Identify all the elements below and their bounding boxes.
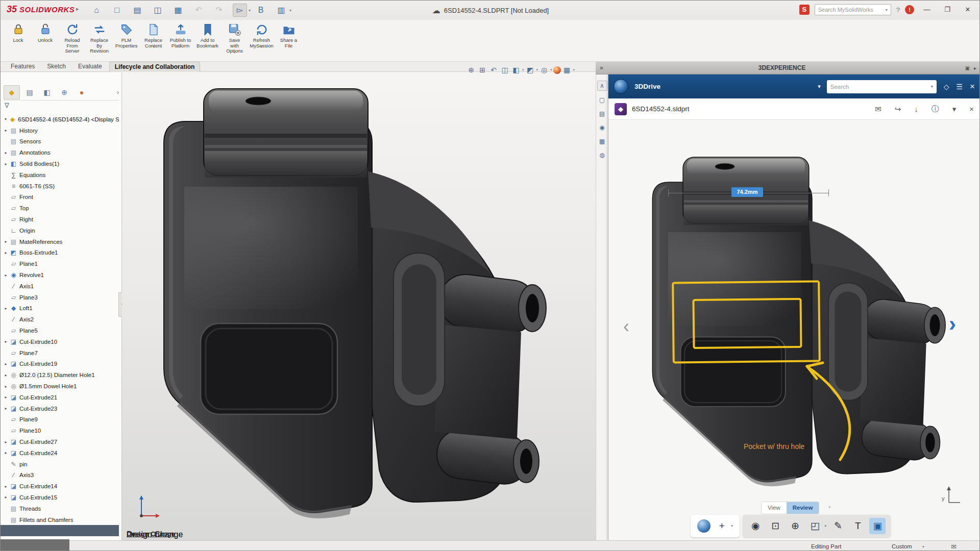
orbit-icon[interactable] [697, 519, 710, 533]
ribbon-replace-content-button[interactable]: Replace Content▾ [140, 20, 167, 48]
tree-item[interactable]: ▸◎Ø1.5mm Dowel Hole1 [1, 381, 119, 392]
tree-item[interactable]: ▱Plane5 [1, 325, 119, 336]
print-icon[interactable]: ▦ [172, 4, 185, 16]
mysolidworks-icon[interactable]: S [799, 5, 810, 15]
save-with-options-flyout-icon[interactable]: ▾ [234, 51, 236, 55]
expand-arrow-icon[interactable]: ▸ [3, 484, 9, 489]
collapse-icon[interactable]: ∧ [597, 81, 607, 91]
tree-item[interactable]: ▸▤History [1, 125, 119, 136]
custom-properties-icon[interactable]: ▦ [598, 137, 607, 146]
tree-item[interactable]: ▸◧Solid Bodies(1) [1, 158, 119, 169]
tree-item[interactable]: ▸◪Cut-Extrude24 [1, 447, 119, 459]
status-config[interactable]: Custom [892, 543, 912, 549]
tree-item[interactable]: ▸▤Annotations [1, 147, 119, 158]
propertymanager-tab[interactable]: ▤ [22, 86, 37, 99]
comment-icon[interactable]: ✉ [875, 105, 881, 114]
tree-item[interactable]: ∕Axis1 [1, 281, 119, 292]
select-tool-icon[interactable]: ▻ [233, 4, 247, 17]
tree-item[interactable]: ▸◪Cut-Extrude27 [1, 436, 119, 447]
expand-arrow-icon[interactable]: ▸ [3, 362, 9, 366]
hide-show-items-flyout-icon[interactable]: ▾ [550, 68, 552, 72]
tree-item[interactable]: ▸◪Cut-Extrude23 [1, 403, 119, 414]
tree-item[interactable]: ▱Plane3 [1, 292, 119, 303]
tree-item[interactable]: ▱Front [1, 192, 119, 203]
section-view-icon[interactable]: ◫ [500, 66, 510, 74]
tree-item[interactable]: ▸▤MateReferences [1, 236, 119, 247]
view-orientation-icon[interactable]: ◧ [511, 66, 521, 74]
home-icon[interactable]: ⌂ [90, 4, 103, 16]
zoom-fit-icon[interactable]: ⊡ [767, 518, 783, 534]
ribbon-refresh-mysession-button[interactable]: Refresh MySession▾ [248, 20, 275, 48]
new-document-icon[interactable]: □ [110, 4, 124, 16]
app-selector-chevron-icon[interactable]: ▾ [818, 83, 821, 90]
panel-search-input[interactable]: Search ▾ [827, 80, 937, 93]
expand-arrow-icon[interactable]: ▸ [3, 384, 9, 389]
tree-item[interactable]: ▸◆Loft1 [1, 303, 119, 314]
zoom-icon[interactable]: ⊕ [787, 518, 803, 534]
hide-show-items-icon[interactable]: ◎ [539, 66, 549, 74]
ribbon-publish-to-platform-button[interactable]: Publish to Platform▾ [167, 20, 194, 48]
tree-item[interactable]: ▸◪Cut-Extrude15 [1, 492, 119, 503]
text-annotation-icon[interactable]: T [850, 518, 866, 534]
edit-appearance-icon[interactable] [553, 66, 561, 74]
undo-icon[interactable]: ↶ [192, 4, 205, 16]
tree-item[interactable]: ▱Plane7 [1, 347, 119, 359]
tab-sketch[interactable]: Sketch [42, 62, 71, 71]
ribbon-reload-from-server-button[interactable]: Reload From Server [59, 20, 86, 54]
tree-item[interactable]: ▱Plane1 [1, 258, 119, 269]
tree-item[interactable]: ▤Sensors [1, 136, 119, 147]
expand-arrow-icon[interactable]: ▸ [3, 406, 9, 411]
tree-item[interactable]: ∑Equations [1, 169, 119, 181]
minimize-button[interactable]: — [919, 4, 935, 16]
expand-arrow-icon[interactable]: ▸ [3, 251, 9, 255]
select-tool-flyout-icon[interactable]: ▾ [249, 8, 251, 13]
view-orientation-flyout-icon[interactable]: ▾ [522, 68, 524, 72]
tree-item[interactable]: ▤Threads [1, 503, 119, 514]
expand-arrow-icon[interactable]: ▸ [3, 450, 9, 455]
tree-item[interactable]: ∕Axis3 [1, 470, 119, 481]
mysolidworks-search-input[interactable]: Search MySolidWorks ▾ [815, 4, 891, 15]
chevron-down-icon[interactable]: ▾ [931, 84, 933, 89]
close-icon[interactable]: × [969, 105, 974, 113]
next-slide-icon[interactable]: › [949, 312, 956, 336]
panel-expand-icon[interactable]: ▸ [974, 65, 976, 71]
tree-item[interactable]: ▸◩Boss-Extrude1 [1, 247, 119, 259]
clipping-flyout-icon[interactable]: ▾ [825, 524, 827, 528]
expand-arrow-icon[interactable]: ▸ [3, 395, 9, 399]
tree-item[interactable]: ∟Origin [1, 225, 119, 236]
tree-item[interactable]: ▸◪Cut-Extrude21 [1, 392, 119, 403]
task-panes-flyout-icon[interactable]: ▾ [289, 8, 291, 13]
refresh-mysession-flyout-icon[interactable]: ▾ [261, 45, 263, 49]
expand-arrow-icon[interactable]: ▾ [3, 117, 9, 121]
notification-icon[interactable]: ! [905, 5, 914, 14]
info-icon[interactable]: ⓘ [932, 104, 939, 114]
zoom-fit-icon[interactable]: ⊕ [466, 66, 476, 74]
panel-pin-icon[interactable]: ▣ [965, 65, 970, 71]
options-icon[interactable]: B [254, 4, 267, 16]
dimension-badge[interactable]: 74.2mm [731, 187, 763, 197]
ribbon-share-a-file-button[interactable]: Share a File [275, 20, 302, 48]
tree-item[interactable]: ▤Fillets and Chamfers [1, 514, 119, 525]
tree-item[interactable]: ▱Plane10 [1, 425, 119, 436]
expand-arrow-icon[interactable]: ▸ [3, 440, 9, 444]
expand-arrow-icon[interactable]: ▸ [3, 162, 9, 166]
expand-arrow-icon[interactable]: ▸ [3, 128, 9, 133]
tree-item[interactable]: ▱Top [1, 203, 119, 214]
tab-features[interactable]: Features [6, 62, 40, 71]
pan-icon[interactable]: + [714, 518, 730, 534]
help-icon[interactable]: ? [896, 6, 900, 14]
redo-icon[interactable]: ↷ [212, 4, 226, 16]
chevron-down-icon[interactable]: ▾ [886, 8, 888, 12]
expand-arrow-icon[interactable]: ▸ [3, 273, 9, 278]
zoom-area-icon[interactable]: ⊞ [477, 66, 487, 74]
appearances-scenes-icon[interactable]: ◉ [598, 123, 607, 132]
more-icon[interactable]: ▾ [952, 105, 957, 114]
solidworks-resources-icon[interactable]: ▢ [598, 95, 607, 105]
tree-item[interactable]: ✎pin [1, 459, 119, 470]
3dexperience-compass-icon[interactable] [614, 79, 628, 94]
close-button[interactable]: ✕ [960, 4, 975, 16]
share-icon[interactable]: ↪ [895, 105, 901, 114]
previous-slide-icon[interactable]: ‹ [623, 316, 629, 337]
tree-filter-icon[interactable]: ∇ [5, 102, 9, 109]
compare-icon[interactable]: ▣ [869, 518, 886, 534]
